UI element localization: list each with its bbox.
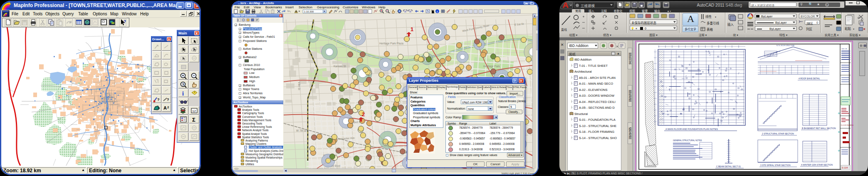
svg-text:Heritage Park Plaza: Heritage Park Plaza	[379, 42, 403, 45]
svg-text:线性: 线性	[705, 15, 712, 19]
svg-text:Ville St: Ville St	[298, 82, 301, 90]
svg-text:?: ?	[158, 107, 160, 111]
svg-text:粘贴: 粘贴	[845, 27, 851, 31]
svg-text:?: ?	[157, 98, 160, 102]
svg-text:▾: ▾	[853, 28, 854, 30]
svg-text:?: ?	[124, 20, 126, 24]
svg-text:N.T.S. ROOF STRUCTURE: N.T.S. ROOF STRUCTURE	[777, 45, 795, 46]
svg-text:2: 2	[362, 111, 365, 117]
svg-text:3 STD SPIRAL STAIR SECTION: 3 STD SPIRAL STAIR SECTION	[760, 164, 791, 166]
svg-text:i: i	[182, 90, 184, 97]
svg-text:A WINTER GDN STAIR SECTION: A WINTER GDN STAIR SECTION	[801, 164, 833, 166]
svg-text:?: ?	[182, 83, 185, 87]
svg-text:12: 12	[192, 109, 196, 113]
svg-text:i: i	[437, 10, 438, 13]
svg-text:Kansas St: Kansas St	[334, 65, 346, 68]
svg-text:A MAIN FLOOR AND FOUNDATION P: A MAIN FLOOR AND FOUNDATION PLAN NOTES	[665, 128, 718, 130]
svg-text:?: ?	[167, 98, 169, 102]
svg-text:Σ: Σ	[192, 117, 195, 123]
svg-text:多重引线: 多重引线	[707, 21, 719, 25]
svg-text:B BASEMENT RET WALL SECTION: B BASEMENT RET WALL SECTION	[802, 127, 836, 130]
svg-text:1: 1	[411, 26, 413, 32]
svg-text:4 ROOF EAVE DETAIL: 4 ROOF EAVE DETAIL	[799, 77, 820, 80]
svg-text:Heritage Park: Heritage Park	[483, 65, 500, 68]
svg-text:表格: 表格	[707, 27, 713, 32]
svg-text:S-104: S-104	[842, 166, 848, 169]
svg-text:GENERAL STRUCTURAL NOTES: GENERAL STRUCTURAL NOTES	[673, 139, 702, 142]
svg-text:2: 2	[167, 105, 169, 109]
svg-text:C BEAM DETAIL SECT 01: C BEAM DETAIL SECT 01	[716, 165, 741, 168]
svg-text:直线: 直线	[561, 28, 567, 31]
svg-text:2 STRUCTURAL STAIR SECTION: 2 STRUCTURAL STAIR SECTION	[762, 132, 794, 135]
svg-text:A: A	[163, 105, 167, 110]
svg-text:插入: 插入	[727, 22, 734, 27]
svg-text:241 CS: 241 CS	[841, 48, 847, 50]
svg-text:FLOOR FRAMING: FLOOR FRAMING	[841, 125, 853, 126]
svg-text:▾: ▾	[715, 16, 716, 18]
svg-text:W 7th St: W 7th St	[296, 129, 307, 132]
